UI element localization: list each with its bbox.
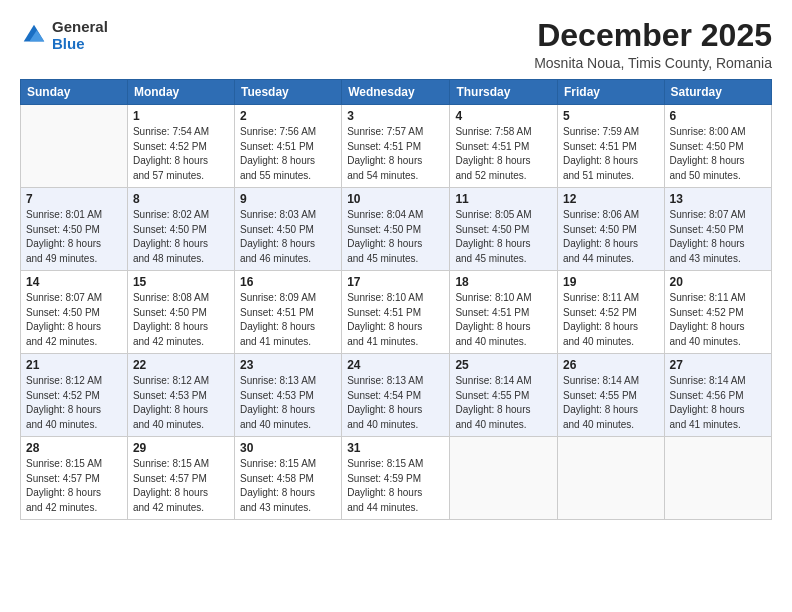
- table-cell: 24Sunrise: 8:13 AM Sunset: 4:54 PM Dayli…: [342, 354, 450, 437]
- header-wednesday: Wednesday: [342, 80, 450, 105]
- day-info: Sunrise: 8:02 AM Sunset: 4:50 PM Dayligh…: [133, 208, 229, 266]
- table-cell: 27Sunrise: 8:14 AM Sunset: 4:56 PM Dayli…: [664, 354, 771, 437]
- day-number: 13: [670, 192, 766, 206]
- table-cell: 11Sunrise: 8:05 AM Sunset: 4:50 PM Dayli…: [450, 188, 558, 271]
- table-cell: 5Sunrise: 7:59 AM Sunset: 4:51 PM Daylig…: [557, 105, 664, 188]
- day-number: 14: [26, 275, 122, 289]
- header-thursday: Thursday: [450, 80, 558, 105]
- day-number: 31: [347, 441, 444, 455]
- table-cell: 1Sunrise: 7:54 AM Sunset: 4:52 PM Daylig…: [127, 105, 234, 188]
- day-info: Sunrise: 8:07 AM Sunset: 4:50 PM Dayligh…: [670, 208, 766, 266]
- day-info: Sunrise: 7:57 AM Sunset: 4:51 PM Dayligh…: [347, 125, 444, 183]
- table-cell: 21Sunrise: 8:12 AM Sunset: 4:52 PM Dayli…: [21, 354, 128, 437]
- day-number: 4: [455, 109, 552, 123]
- day-info: Sunrise: 8:10 AM Sunset: 4:51 PM Dayligh…: [455, 291, 552, 349]
- day-number: 25: [455, 358, 552, 372]
- table-cell: 10Sunrise: 8:04 AM Sunset: 4:50 PM Dayli…: [342, 188, 450, 271]
- subtitle: Mosnita Noua, Timis County, Romania: [534, 55, 772, 71]
- day-info: Sunrise: 8:15 AM Sunset: 4:58 PM Dayligh…: [240, 457, 336, 515]
- day-info: Sunrise: 8:09 AM Sunset: 4:51 PM Dayligh…: [240, 291, 336, 349]
- day-number: 28: [26, 441, 122, 455]
- day-info: Sunrise: 8:06 AM Sunset: 4:50 PM Dayligh…: [563, 208, 659, 266]
- day-number: 5: [563, 109, 659, 123]
- day-info: Sunrise: 8:04 AM Sunset: 4:50 PM Dayligh…: [347, 208, 444, 266]
- page: General Blue December 2025 Mosnita Noua,…: [0, 0, 792, 612]
- day-info: Sunrise: 7:54 AM Sunset: 4:52 PM Dayligh…: [133, 125, 229, 183]
- logo-text: General Blue: [52, 18, 108, 53]
- table-cell: 8Sunrise: 8:02 AM Sunset: 4:50 PM Daylig…: [127, 188, 234, 271]
- day-info: Sunrise: 7:58 AM Sunset: 4:51 PM Dayligh…: [455, 125, 552, 183]
- week-row-2: 7Sunrise: 8:01 AM Sunset: 4:50 PM Daylig…: [21, 188, 772, 271]
- table-cell: 29Sunrise: 8:15 AM Sunset: 4:57 PM Dayli…: [127, 437, 234, 520]
- day-number: 3: [347, 109, 444, 123]
- day-number: 18: [455, 275, 552, 289]
- table-cell: 6Sunrise: 8:00 AM Sunset: 4:50 PM Daylig…: [664, 105, 771, 188]
- day-number: 29: [133, 441, 229, 455]
- table-cell: 12Sunrise: 8:06 AM Sunset: 4:50 PM Dayli…: [557, 188, 664, 271]
- table-cell: 30Sunrise: 8:15 AM Sunset: 4:58 PM Dayli…: [234, 437, 341, 520]
- header-friday: Friday: [557, 80, 664, 105]
- day-info: Sunrise: 8:13 AM Sunset: 4:54 PM Dayligh…: [347, 374, 444, 432]
- table-cell: 16Sunrise: 8:09 AM Sunset: 4:51 PM Dayli…: [234, 271, 341, 354]
- day-info: Sunrise: 8:03 AM Sunset: 4:50 PM Dayligh…: [240, 208, 336, 266]
- calendar-header-row: Sunday Monday Tuesday Wednesday Thursday…: [21, 80, 772, 105]
- day-number: 10: [347, 192, 444, 206]
- table-cell: 28Sunrise: 8:15 AM Sunset: 4:57 PM Dayli…: [21, 437, 128, 520]
- day-number: 9: [240, 192, 336, 206]
- day-number: 22: [133, 358, 229, 372]
- title-area: December 2025 Mosnita Noua, Timis County…: [534, 18, 772, 71]
- day-number: 8: [133, 192, 229, 206]
- day-number: 27: [670, 358, 766, 372]
- table-cell: [664, 437, 771, 520]
- week-row-4: 21Sunrise: 8:12 AM Sunset: 4:52 PM Dayli…: [21, 354, 772, 437]
- day-info: Sunrise: 8:14 AM Sunset: 4:55 PM Dayligh…: [563, 374, 659, 432]
- day-number: 26: [563, 358, 659, 372]
- day-number: 16: [240, 275, 336, 289]
- day-info: Sunrise: 8:14 AM Sunset: 4:55 PM Dayligh…: [455, 374, 552, 432]
- day-info: Sunrise: 7:59 AM Sunset: 4:51 PM Dayligh…: [563, 125, 659, 183]
- day-info: Sunrise: 8:07 AM Sunset: 4:50 PM Dayligh…: [26, 291, 122, 349]
- day-number: 7: [26, 192, 122, 206]
- day-number: 12: [563, 192, 659, 206]
- table-cell: 13Sunrise: 8:07 AM Sunset: 4:50 PM Dayli…: [664, 188, 771, 271]
- day-number: 30: [240, 441, 336, 455]
- table-cell: [450, 437, 558, 520]
- day-info: Sunrise: 8:10 AM Sunset: 4:51 PM Dayligh…: [347, 291, 444, 349]
- day-number: 6: [670, 109, 766, 123]
- header-monday: Monday: [127, 80, 234, 105]
- day-number: 17: [347, 275, 444, 289]
- table-cell: 31Sunrise: 8:15 AM Sunset: 4:59 PM Dayli…: [342, 437, 450, 520]
- day-info: Sunrise: 8:05 AM Sunset: 4:50 PM Dayligh…: [455, 208, 552, 266]
- day-info: Sunrise: 8:15 AM Sunset: 4:57 PM Dayligh…: [26, 457, 122, 515]
- table-cell: 15Sunrise: 8:08 AM Sunset: 4:50 PM Dayli…: [127, 271, 234, 354]
- day-number: 19: [563, 275, 659, 289]
- day-number: 15: [133, 275, 229, 289]
- table-cell: 22Sunrise: 8:12 AM Sunset: 4:53 PM Dayli…: [127, 354, 234, 437]
- table-cell: 14Sunrise: 8:07 AM Sunset: 4:50 PM Dayli…: [21, 271, 128, 354]
- day-number: 11: [455, 192, 552, 206]
- week-row-5: 28Sunrise: 8:15 AM Sunset: 4:57 PM Dayli…: [21, 437, 772, 520]
- table-cell: 25Sunrise: 8:14 AM Sunset: 4:55 PM Dayli…: [450, 354, 558, 437]
- week-row-3: 14Sunrise: 8:07 AM Sunset: 4:50 PM Dayli…: [21, 271, 772, 354]
- day-number: 24: [347, 358, 444, 372]
- day-number: 1: [133, 109, 229, 123]
- header-sunday: Sunday: [21, 80, 128, 105]
- table-cell: 23Sunrise: 8:13 AM Sunset: 4:53 PM Dayli…: [234, 354, 341, 437]
- day-info: Sunrise: 8:15 AM Sunset: 4:57 PM Dayligh…: [133, 457, 229, 515]
- table-cell: 17Sunrise: 8:10 AM Sunset: 4:51 PM Dayli…: [342, 271, 450, 354]
- table-cell: [557, 437, 664, 520]
- table-cell: 2Sunrise: 7:56 AM Sunset: 4:51 PM Daylig…: [234, 105, 341, 188]
- table-cell: 19Sunrise: 8:11 AM Sunset: 4:52 PM Dayli…: [557, 271, 664, 354]
- day-info: Sunrise: 8:14 AM Sunset: 4:56 PM Dayligh…: [670, 374, 766, 432]
- day-info: Sunrise: 8:11 AM Sunset: 4:52 PM Dayligh…: [670, 291, 766, 349]
- day-info: Sunrise: 8:13 AM Sunset: 4:53 PM Dayligh…: [240, 374, 336, 432]
- day-number: 23: [240, 358, 336, 372]
- table-cell: 26Sunrise: 8:14 AM Sunset: 4:55 PM Dayli…: [557, 354, 664, 437]
- day-info: Sunrise: 8:08 AM Sunset: 4:50 PM Dayligh…: [133, 291, 229, 349]
- logo-icon: [20, 21, 48, 49]
- table-cell: 4Sunrise: 7:58 AM Sunset: 4:51 PM Daylig…: [450, 105, 558, 188]
- day-info: Sunrise: 8:12 AM Sunset: 4:53 PM Dayligh…: [133, 374, 229, 432]
- week-row-1: 1Sunrise: 7:54 AM Sunset: 4:52 PM Daylig…: [21, 105, 772, 188]
- day-info: Sunrise: 8:00 AM Sunset: 4:50 PM Dayligh…: [670, 125, 766, 183]
- table-cell: 20Sunrise: 8:11 AM Sunset: 4:52 PM Dayli…: [664, 271, 771, 354]
